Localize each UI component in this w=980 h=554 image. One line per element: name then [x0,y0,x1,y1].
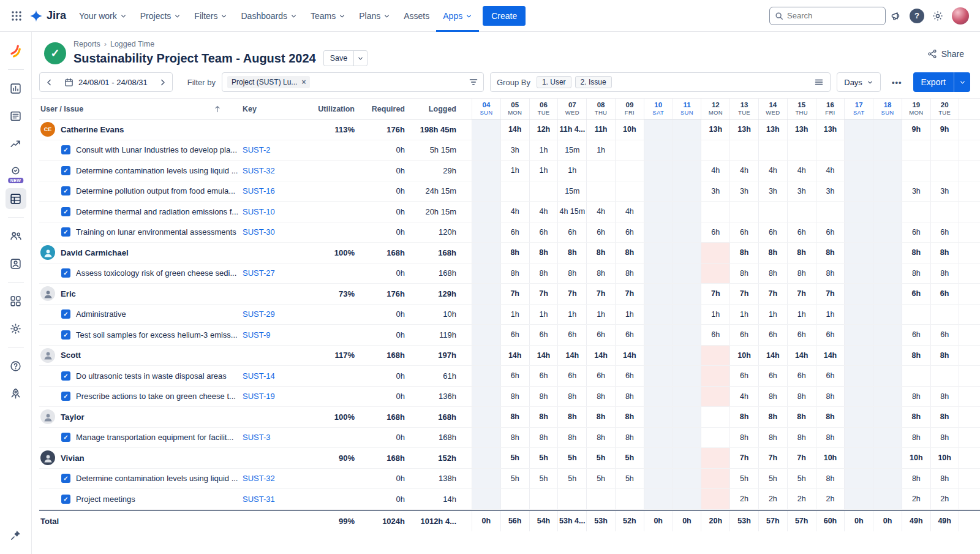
sidebar-item-profile-card[interactable] [6,253,26,274]
nav-item-projects[interactable]: Projects [134,0,188,32]
user-row[interactable]: Vivian90%168h152h5h5h5h5h5h7h7h7h10h10h1… [39,448,980,469]
create-button[interactable]: Create [483,6,526,26]
issue-key-link[interactable]: SUST-32 [243,166,275,175]
jira-logo-text: Jira [47,9,66,22]
issue-key-link[interactable]: SUST-2 [243,145,271,154]
filter-input[interactable]: Project (SUST) Lu... × [222,72,484,92]
sidebar-item-board[interactable] [6,105,26,126]
breadcrumb-reports[interactable]: Reports [74,40,100,48]
group-by-control[interactable]: Group By 1. User2. Issue [490,72,831,92]
column-header-user-issue[interactable]: User / Issue [39,99,243,119]
sidebar-item-help[interactable] [6,355,26,376]
user-row[interactable]: David Carmichael100%168h168h8h8h8h8h8h8h… [39,243,980,264]
issue-key-link[interactable]: SUST-31 [243,495,275,504]
sidebar-item-teams[interactable] [6,226,26,246]
granularity-dropdown[interactable]: Days [837,72,881,92]
sidebar-item-approvals[interactable]: NEW [6,161,26,181]
user-row[interactable]: Taylor100%168h168h8h8h8h8h8h8h8h8h8h8h8h [39,407,980,428]
issue-row[interactable]: ✓Project meetingsSUST-310h14h2h2h2h2h2h2… [39,489,980,510]
filter-chip-project[interactable]: Project (SUST) Lu... × [227,76,310,88]
issue-row[interactable]: ✓Determine pollution output from food em… [39,181,980,202]
jira-logo[interactable]: Jira [27,9,72,23]
nav-item-dashboards[interactable]: Dashboards [234,0,304,32]
next-period-button[interactable] [154,73,172,91]
day-cell: 6h [500,222,529,243]
user-avatar[interactable] [952,7,969,25]
issue-row[interactable]: ✓Determine thermal and radiation emissio… [39,202,980,222]
total-day-cell: 52h [615,511,644,531]
nav-item-teams[interactable]: Teams [304,0,352,32]
sidebar-item-timesheet[interactable] [6,188,26,209]
issue-row[interactable]: ✓AdministrativeSUST-290h10h1h1h1h1h1h1h1… [39,305,980,325]
issue-row[interactable]: ✓Manage transportation equipment for fac… [39,428,980,449]
user-row[interactable]: Scott117%168h197h14h14h14h14h14h10h14h14… [39,346,980,366]
app-switcher-icon[interactable] [6,6,27,26]
nav-item-label: Teams [311,11,336,21]
nav-item-plans[interactable]: Plans [352,0,397,32]
group-by-chip-2[interactable]: 2. Issue [575,76,612,88]
issue-key-link[interactable]: SUST-16 [243,186,275,195]
previous-period-button[interactable] [40,73,58,91]
sidebar-item-reports[interactable] [6,78,26,99]
sidebar-item-settings[interactable] [6,318,26,339]
user-row[interactable]: Eric73%176h129h7h7h7h7h7h7h7h7h7h7h6h6h [39,284,980,305]
share-button[interactable]: Share [927,49,964,59]
issue-key-link[interactable]: SUST-3 [243,433,271,442]
help-icon[interactable]: ? [907,6,927,26]
issue-row[interactable]: ✓Training on lunar environmental assessm… [39,222,980,243]
issue-row[interactable]: ✓Prescribe actions to take on green chee… [39,387,980,408]
day-cell [701,387,729,407]
issue-row[interactable]: ✓Assess toxicology risk of green cheese … [39,264,980,284]
export-button[interactable]: Export [913,77,954,87]
nav-item-filters[interactable]: Filters [187,0,234,32]
sidebar-item-app-logo[interactable] [6,40,26,61]
issue-row[interactable]: ✓Test soil samples for excess helium-3 e… [39,325,980,346]
day-cell [816,140,845,161]
sort-ascending-icon[interactable] [214,105,221,113]
issue-key-link[interactable]: SUST-30 [243,227,275,237]
issue-key-link[interactable]: SUST-27 [243,268,275,278]
more-options-button[interactable]: ••• [887,78,907,87]
issue-key-link[interactable]: SUST-19 [243,392,275,401]
day-cell: 7h [729,284,758,304]
sidebar-item-pin[interactable] [6,525,26,545]
remove-filter-icon[interactable]: × [301,78,306,86]
sidebar-item-rocket[interactable] [6,383,26,404]
filter-funnel-icon[interactable] [469,77,478,87]
issue-key-cell [243,284,298,304]
user-row[interactable]: CECatherine Evans113%176h198h 45m14h12h1… [39,120,980,140]
save-dropdown-chevron-icon[interactable] [353,51,367,66]
issue-row[interactable]: ✓Determine contamination levels using li… [39,161,980,181]
nav-item-your-work[interactable]: Your work [72,0,134,32]
announcements-icon[interactable] [886,6,907,26]
settings-gear-icon[interactable] [927,6,948,26]
issue-key-link[interactable]: SUST-32 [243,474,275,483]
row-options-icon[interactable] [814,77,824,87]
day-cell: 6h [529,222,558,243]
save-button[interactable]: Save [324,51,354,66]
issue-key-link[interactable]: SUST-14 [243,371,275,381]
export-dropdown-chevron-icon[interactable] [954,72,970,92]
sidebar-item-trend[interactable] [6,133,26,154]
issue-row[interactable]: ✓Consult with Lunar Industries to develo… [39,140,980,161]
issue-row[interactable]: ✓Determine contamination levels using li… [39,469,980,490]
day-cell: 6h [758,325,787,345]
total-day-cell: 56h [500,511,529,531]
day-cell: 6h [529,366,558,386]
group-by-chip-1[interactable]: 1. User [537,76,571,88]
sidebar-item-apps-grid[interactable] [6,290,26,311]
nav-item-apps[interactable]: Apps [436,0,479,32]
day-cell: 8h [902,407,930,427]
column-header-day-17: 17SAT [844,99,873,119]
issue-key-link[interactable]: SUST-29 [243,309,275,319]
issue-key-link[interactable]: SUST-10 [243,207,275,216]
issue-key-link[interactable]: SUST-9 [243,330,271,340]
search-input[interactable] [787,11,880,20]
search-box[interactable] [769,7,886,25]
issue-row[interactable]: ✓Do ultrasonic tests in waste disposal a… [39,366,980,387]
task-type-icon: ✓ [61,495,70,504]
nav-item-assets[interactable]: Assets [397,0,436,32]
row-name-cell: ✓Manage transportation equipment for fac… [39,428,243,448]
date-range[interactable]: 24/08/01 - 24/08/31 [58,78,154,87]
breadcrumb-logged-time[interactable]: Logged Time [110,40,154,48]
